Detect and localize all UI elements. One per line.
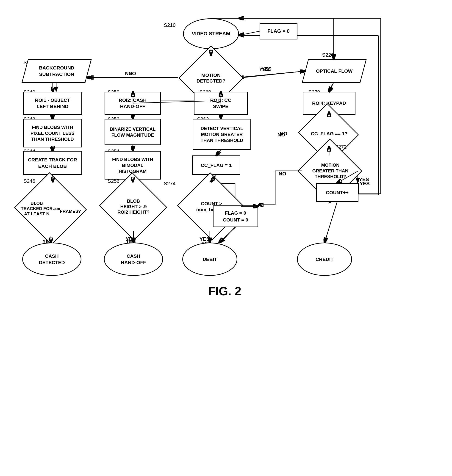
node-credit: CREDIT — [297, 243, 352, 276]
node-binarize: BINARIZE VERTICALFLOW MAGNITUDE — [105, 119, 161, 145]
node-roi1: ROI1 - OBJECTLEFT BEHIND — [23, 92, 82, 115]
svg-line-48 — [239, 31, 259, 35]
label-s274: S274 — [164, 181, 175, 187]
node-blob-tracked-q: BLOBTRACKED FORAT LEAST NCashFRAMES? — [20, 182, 82, 236]
label-s210: S210 — [160, 22, 179, 29]
node-video-stream: VIDEO STREAM — [183, 18, 239, 49]
node-blob-height-q: BLOBHEIGHT > .9ROI2 HEIGHT? — [104, 182, 163, 231]
svg-line-71 — [216, 150, 221, 155]
label-s220: S220 — [319, 52, 337, 59]
node-flag-count-reset: FLAG = 0COUNT = 0 — [213, 205, 258, 227]
svg-text:YES: YES — [259, 66, 269, 72]
node-count-pp: COUNT++ — [316, 183, 359, 202]
svg-text:YES: YES — [261, 66, 272, 72]
node-create-track: CREATE TRACK FOREACH BLOB — [23, 151, 82, 175]
svg-line-13 — [328, 83, 334, 92]
node-optical-flow: OPTICAL FLOW — [305, 59, 364, 83]
node-cash-handoff: CASHHAND-OFF — [104, 243, 163, 276]
node-roi2: ROI2: CASHHAND-OFF — [105, 92, 161, 115]
label-yes-blobheight: YES — [126, 238, 136, 245]
node-find-blobs1: FIND BLOBS WITHPIXEL COUNT LESSTHAN THRE… — [23, 119, 82, 147]
node-detect-vertical: DETECT VERTICALMOTION GREATERTHAN THRESH… — [193, 119, 251, 150]
svg-line-82 — [325, 202, 337, 243]
svg-line-51 — [244, 71, 305, 78]
label-yes-motiongt: YES — [359, 181, 370, 187]
svg-line-25 — [216, 149, 221, 156]
svg-line-40 — [325, 202, 337, 243]
node-flag0: FLAG = 0 — [259, 23, 297, 40]
svg-line-61 — [329, 83, 334, 92]
node-background-sub: BACKGROUNDSUBTRACTION — [25, 59, 88, 83]
label-no-ccflag: NO — [278, 132, 285, 138]
svg-line-45 — [239, 71, 305, 78]
node-cc-flag-set: CC_FLAG = 1 — [192, 155, 240, 175]
label-no-motiongt: NO — [279, 171, 286, 177]
node-roi3: ROI3: CCSWIPE — [194, 92, 248, 115]
svg-text:NO: NO — [125, 71, 133, 76]
svg-text:NO: NO — [128, 71, 136, 76]
svg-line-7 — [239, 71, 305, 78]
node-debit: DEBIT — [182, 243, 237, 276]
node-cash-detected: CASHDETECTED — [22, 243, 81, 276]
figure-label: FIG. 2 — [179, 284, 271, 298]
diagram-container: NO YES YES — [0, 0, 452, 476]
label-yes-blobtracked: YES — [42, 238, 53, 245]
